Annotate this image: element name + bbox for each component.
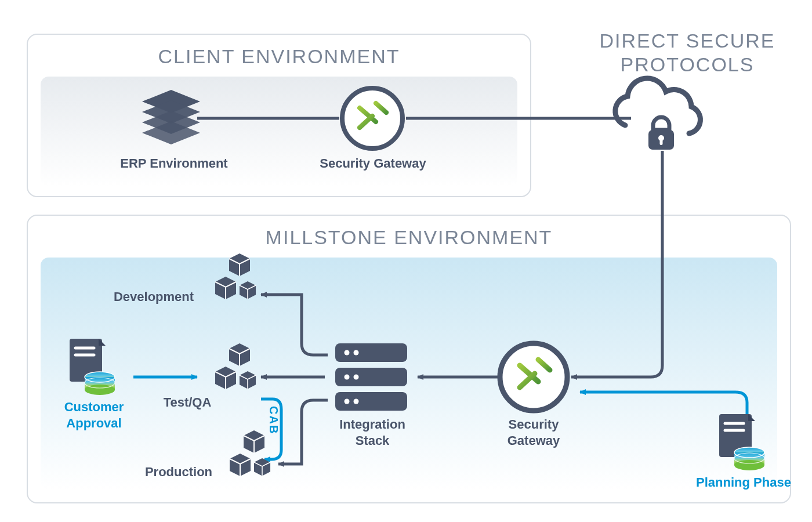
svg-rect-3 [660,139,663,145]
production-boxes-icon [230,430,270,476]
connector-stack-to-dev [261,295,328,355]
erp-label: ERP Environment [104,155,244,172]
customer-approval-label: Customer Approval [48,399,140,431]
development-boxes-icon [215,253,256,299]
connector-stack-to-prod [278,400,328,464]
connector-cloud-to-gateway [571,151,662,377]
development-label: Development [99,289,209,305]
planning-phase-icon [719,414,764,470]
svg-point-45 [734,460,764,470]
customer-approval-icon [70,339,115,395]
security-gateway-top-icon [342,88,403,148]
cab-label: CAB [263,406,281,434]
svg-point-37 [85,385,115,395]
testqa-boxes-icon [215,343,256,389]
svg-point-10 [354,375,359,380]
integration-stack-label: Integration Stack [326,416,419,448]
connector-planning-to-gateway [580,392,747,418]
testqa-label: Test/QA [155,394,219,411]
erp-stack-icon [142,90,200,144]
integration-stack-icon [335,343,407,411]
planning-phase-label: Planning Phase [686,474,802,491]
cloud-lock-icon [615,78,701,150]
svg-point-7 [345,350,350,356]
security-gateway-top-label: Security Gateway [312,155,434,172]
svg-point-9 [345,375,350,380]
svg-point-8 [354,350,359,356]
security-gateway-bottom-icon [500,343,567,411]
svg-point-11 [345,399,350,404]
security-gateway-bottom-label: Security Gateway [487,416,580,448]
svg-point-12 [354,399,359,404]
production-label: Production [132,464,225,480]
